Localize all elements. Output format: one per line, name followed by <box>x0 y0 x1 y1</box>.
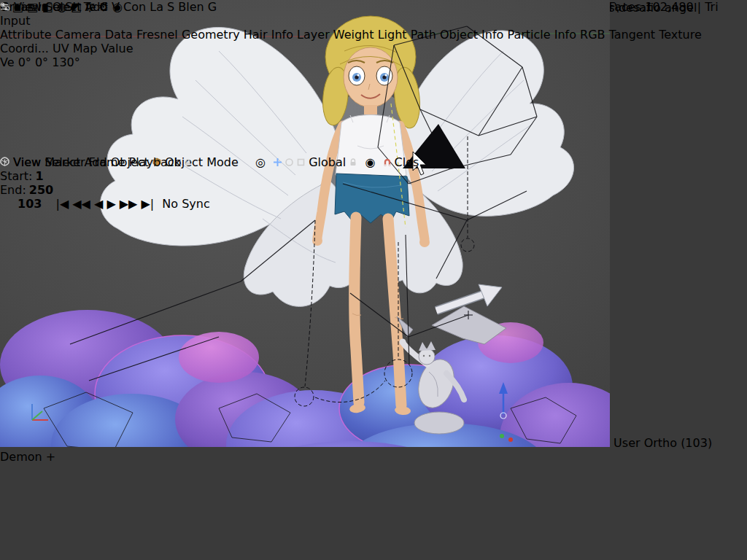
pivot-point-dropdown[interactable]: ◎ <box>251 155 274 169</box>
properties-tab-material-icon[interactable]: ◉ <box>112 0 123 14</box>
timeline-menu-marker[interactable]: Marker <box>44 155 85 169</box>
end-value: 250 <box>29 183 53 197</box>
properties-tab-world-icon[interactable]: ◍ <box>57 0 67 14</box>
add-node-button[interactable]: Camera Data <box>55 28 133 42</box>
properties-tab-data-icon[interactable]: ▽ <box>85 0 94 14</box>
add-node-button[interactable]: Hair Info <box>244 28 293 42</box>
lock-to-scene-button[interactable] <box>349 155 360 169</box>
panel-header-input[interactable]: Input <box>0 14 747 28</box>
view-name-label: User Ortho <box>614 436 677 450</box>
editor-type-button-properties[interactable] <box>0 0 12 14</box>
start-label: Start: <box>0 169 32 183</box>
properties-editor-header: ▣ ▤ ◧ ◍ ◩ ▽ ⚙ ◉ <box>0 0 123 14</box>
autokey-lock-button[interactable] <box>185 155 191 169</box>
manipulator-scale-button[interactable] <box>297 155 309 169</box>
start-value: 1 <box>35 169 43 183</box>
panel-title-text: Input <box>0 14 30 28</box>
add-node-button[interactable]: RGB <box>580 28 605 42</box>
node-rotation-field[interactable]: 0° <box>35 55 48 69</box>
add-node-button[interactable]: Value <box>101 42 133 55</box>
viewport-shading-dropdown[interactable] <box>242 155 251 169</box>
properties-tab-modifiers-icon[interactable]: ⚙ <box>98 0 108 14</box>
play-button[interactable]: ▶ <box>107 197 115 211</box>
add-node-button[interactable]: Attribute <box>0 28 52 42</box>
current-frame-value: 103 <box>18 197 42 211</box>
add-node-button[interactable]: Particle Info <box>507 28 576 42</box>
add-node-button[interactable]: Light Path <box>378 28 436 42</box>
jump-prev-keyframe-button[interactable]: ◀◀ <box>72 197 90 211</box>
properties-tab-render-icon[interactable]: ▣ <box>12 0 23 14</box>
shelf-tab[interactable]: Con <box>123 0 146 14</box>
orientation-value: Global <box>309 155 346 169</box>
node-socket-label: Ve <box>0 55 15 69</box>
add-node-button[interactable]: Fresnel <box>136 28 178 42</box>
snap-target-dropdown[interactable]: Clos <box>395 155 419 169</box>
screen: ES 10:59 a.m. 21/08/2017 Blender [C:\Use… <box>0 0 747 560</box>
jump-to-start-button[interactable]: |◀ <box>56 197 69 211</box>
shelf-tab[interactable]: G <box>208 0 217 14</box>
add-node-button[interactable]: Object Info <box>440 28 503 42</box>
shelf-tab[interactable]: Blen <box>178 0 204 14</box>
shelf-tab[interactable]: S <box>167 0 174 14</box>
properties-tab-render-layers-icon[interactable]: ▤ <box>27 0 38 14</box>
jump-next-keyframe-button[interactable]: ▶▶ <box>120 197 138 211</box>
origin-dot-green <box>500 434 504 438</box>
end-label: End: <box>0 183 26 197</box>
snap-target-value: Clos <box>395 155 419 169</box>
current-frame-field[interactable]: 103 <box>18 197 46 211</box>
play-reverse-button[interactable]: ◀ <box>94 197 103 211</box>
transform-orientation-dropdown[interactable]: Global <box>309 155 349 169</box>
timeline-menu-view[interactable]: View <box>13 155 41 169</box>
snap-magnet-button[interactable] <box>384 155 395 169</box>
manipulator-rotate-button[interactable] <box>285 155 297 169</box>
input-nodes-panel: Input Attribute Camera Data Fresnel Geom… <box>0 14 747 55</box>
frame-start-field[interactable]: Start: 1 <box>0 169 210 183</box>
manipulator-translate-button[interactable] <box>274 155 285 169</box>
region-expand-button[interactable]: + <box>46 450 55 464</box>
frame-end-field[interactable]: End: 250 <box>0 183 210 197</box>
properties-tab-scene-icon[interactable]: ◧ <box>42 0 53 14</box>
add-node-button[interactable]: Geometry <box>182 28 240 42</box>
timeline-header: View Marker Frame Playback Start: 1 End:… <box>0 155 210 211</box>
proportional-edit-dropdown[interactable]: ◉ <box>360 155 383 169</box>
add-node-button[interactable]: Layer Weight <box>297 28 374 42</box>
node-editor-backdrop[interactable]: Ve 0° 0° 130° <box>0 55 747 69</box>
jump-to-end-button[interactable]: ▶| <box>142 197 155 211</box>
proportional-edit-icon: ◉ <box>365 155 375 169</box>
sync-mode-dropdown[interactable]: No Sync <box>162 197 209 211</box>
editor-type-button-timeline[interactable] <box>0 155 13 169</box>
3d-viewport[interactable]: User Ortho (103) Demon + <box>0 0 747 464</box>
shelf-tab[interactable]: La <box>150 0 163 14</box>
node-rotation-field[interactable]: 0° <box>18 55 31 69</box>
timeline-menu-frame[interactable]: Frame <box>89 155 125 169</box>
sync-mode-value: No Sync <box>162 197 209 211</box>
add-node-button[interactable]: UV Map <box>53 42 98 55</box>
timeline-menu-playback[interactable]: Playback <box>129 155 181 169</box>
properties-tab-object-icon[interactable]: ◩ <box>71 0 82 14</box>
node-rotation-field[interactable]: 130° <box>52 55 80 69</box>
pivot-icon: ◎ <box>255 155 266 169</box>
add-node-button[interactable]: Tangent <box>609 28 655 42</box>
origin-dot-red <box>508 438 513 442</box>
